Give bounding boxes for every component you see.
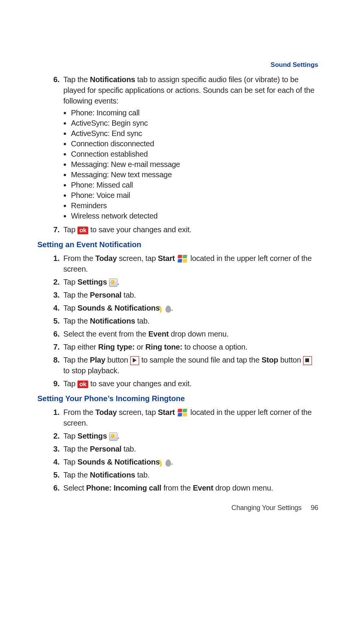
text: Tap — [63, 458, 77, 466]
bold: Today — [95, 254, 117, 262]
step-number: 6. — [48, 329, 60, 339]
step-number: 2. — [48, 277, 60, 287]
step-number: 6. — [48, 483, 60, 493]
step-number: 2. — [48, 431, 60, 441]
text: tab. — [121, 291, 136, 299]
text: Tap — [63, 379, 77, 388]
step-2: 2. Tap Settings . — [63, 277, 318, 287]
step-5: 5. Tap the Notifications tab. — [63, 470, 318, 480]
text: to stop playback. — [63, 366, 119, 375]
text: tab. — [135, 317, 150, 325]
page-number: 96 — [311, 504, 318, 512]
bold: Sounds & Notifications — [77, 304, 160, 312]
step-3: 3. Tap the Personal tab. — [63, 290, 318, 300]
text: Tap the — [63, 75, 90, 84]
text: to save your changes and exit. — [90, 225, 192, 234]
list-item: Wireless network detected — [71, 211, 318, 221]
events-bullet-list: Phone: Incoming call ActiveSync: Begin s… — [71, 108, 318, 221]
ringtone-steps: 1. From the Today screen, tap Start loca… — [46, 407, 318, 493]
bold: Settings — [77, 278, 107, 286]
text: Tap the — [63, 471, 90, 479]
text: Tap — [63, 304, 77, 312]
bold: Sounds & Notifications — [77, 458, 160, 466]
settings-icon — [109, 279, 118, 287]
step-number: 5. — [48, 316, 60, 326]
settings-icon — [109, 432, 118, 441]
bold: Start — [158, 408, 175, 416]
text: . — [171, 304, 173, 312]
page-footer: Changing Your Settings 96 — [232, 504, 318, 512]
list-item: Phone: Incoming call — [71, 108, 318, 118]
text: to choose a option. — [182, 343, 248, 351]
step-number: 6. — [48, 74, 60, 85]
list-item: Reminders — [71, 201, 318, 211]
text: drop down menu. — [213, 484, 273, 492]
stop-icon — [303, 356, 312, 365]
text: tab. — [121, 445, 136, 453]
footer-section-title: Changing Your Settings — [232, 504, 302, 512]
bold: Ring type: — [98, 343, 135, 351]
heading-event-notification: Setting an Event Notification — [37, 240, 318, 249]
step-1: 1. From the Today screen, tap Start loca… — [63, 407, 318, 428]
text: to save your changes and exit. — [90, 379, 192, 388]
text: Tap — [63, 225, 77, 234]
step-number: 3. — [48, 290, 60, 300]
step-number: 7. — [48, 342, 60, 352]
bold: Today — [95, 408, 117, 416]
step-number: 4. — [48, 303, 60, 313]
step-8: 8. Tap the Play button to sample the sou… — [63, 355, 318, 376]
list-item: ActiveSync: End sync — [71, 128, 318, 139]
bold: Notifications — [90, 317, 135, 325]
bold: Event — [148, 330, 169, 338]
text: to sample the sound file and tap the — [141, 356, 261, 364]
bold: Notifications — [90, 471, 135, 479]
list-item: Phone: Voice mail — [71, 190, 318, 201]
bold: Event — [193, 484, 213, 492]
bold: Start — [158, 254, 175, 262]
text: screen, tap — [117, 254, 158, 262]
step-4: 4. Tap Sounds & Notifications . — [63, 457, 318, 467]
step-6: 6. Select Phone: Incoming call from the … — [63, 483, 318, 493]
bold: Play — [90, 356, 105, 364]
text: . — [171, 458, 173, 466]
text: drop down menu. — [169, 330, 229, 338]
text: Tap — [63, 432, 77, 440]
windows-flag-icon — [178, 255, 188, 263]
sounds-notifications-icon — [162, 305, 171, 313]
bold: Phone: Incoming call — [86, 484, 161, 492]
step-4: 4. Tap Sounds & Notifications . — [63, 303, 318, 313]
bold: Personal — [90, 291, 122, 299]
step-number: 1. — [48, 253, 60, 264]
text: Tap the — [63, 445, 90, 453]
list-item: ActiveSync: Begin sync — [71, 118, 318, 128]
text: or — [135, 343, 145, 351]
text: Tap the — [63, 356, 90, 364]
step-3: 3. Tap the Personal tab. — [63, 444, 318, 454]
windows-flag-icon — [178, 409, 188, 417]
step-number: 7. — [48, 224, 60, 235]
text: Tap the — [63, 317, 90, 325]
text: button — [105, 356, 130, 364]
text: tab. — [135, 471, 150, 479]
heading-incoming-ringtone: Setting Your Phone’s Incoming Ringtone — [37, 394, 318, 403]
sounds-notifications-icon — [162, 459, 171, 466]
step-6: 6. Select the event from the Event drop … — [63, 329, 318, 339]
bold: Notifications — [90, 75, 135, 84]
step-7: 7. Tap either Ring type: or Ring tone: t… — [63, 342, 318, 352]
text: From the — [63, 408, 95, 416]
step-6: 6. Tap the Notifications tab to assign s… — [63, 74, 318, 221]
step-number: 9. — [48, 378, 60, 389]
text: From the — [63, 254, 95, 262]
list-item: Connection established — [71, 149, 318, 159]
bold: Settings — [77, 432, 107, 440]
bold: Ring tone: — [145, 343, 182, 351]
step-number: 5. — [48, 470, 60, 480]
step-7: 7. Tap ok to save your changes and exit. — [63, 224, 318, 235]
play-icon — [130, 356, 139, 365]
bold: Personal — [90, 445, 122, 453]
step-1: 1. From the Today screen, tap Start loca… — [63, 253, 318, 274]
step-number: 4. — [48, 457, 60, 467]
list-item: Phone: Missed call — [71, 180, 318, 190]
list-item: Messaging: New e-mail message — [71, 159, 318, 170]
bold: Stop — [261, 356, 278, 364]
